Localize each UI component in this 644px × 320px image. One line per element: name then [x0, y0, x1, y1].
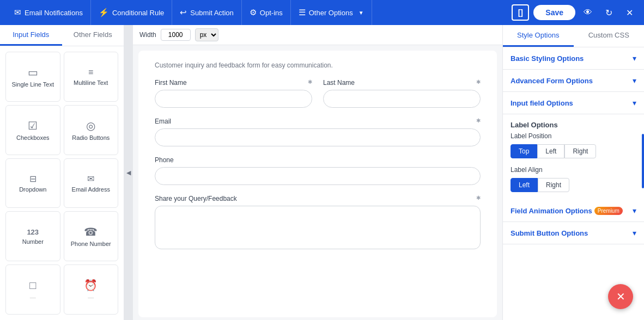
- nav-optins[interactable]: ⚙ Opt-ins: [242, 0, 291, 25]
- preview-button[interactable]: 👁: [580, 4, 596, 21]
- email-label: Email: [155, 118, 171, 125]
- phone-input[interactable]: [155, 167, 481, 185]
- nav-conditional-label: Conditional Rule: [112, 9, 164, 17]
- save-button[interactable]: Save: [533, 5, 575, 20]
- nav-email-notifications[interactable]: ✉ Email Notifications: [7, 0, 91, 25]
- email-field: Email ✱: [155, 118, 481, 146]
- submit-button-section: Submit Button Options ▾: [503, 222, 644, 244]
- input-field-options-header[interactable]: Input field Options ▾: [503, 92, 644, 114]
- query-label: Share your Query/Feedback: [155, 195, 237, 202]
- submit-button-header[interactable]: Submit Button Options ▾: [503, 222, 644, 244]
- field-radio-label: Radio Buttons: [72, 134, 110, 141]
- field-email-address[interactable]: ✉ Email Address: [64, 158, 119, 208]
- style-tabs: Style Options Custom CSS: [503, 25, 644, 47]
- bracket-button[interactable]: []: [512, 4, 529, 21]
- field-email-label: Email Address: [72, 186, 110, 193]
- form-description: Customer inquiry and feedback form for e…: [155, 61, 481, 69]
- close-button[interactable]: ✕: [621, 4, 637, 21]
- main-layout: Input Fields Other Fields ▭ Single Line …: [0, 25, 644, 320]
- help-icon: ✕: [616, 290, 625, 303]
- field-multiline-text[interactable]: ≡ Multiline Text: [64, 52, 119, 102]
- nav-conditional-rule[interactable]: ⚡ Conditional Rule: [91, 0, 172, 25]
- conditional-icon: ⚡: [99, 8, 109, 17]
- email-icon: ✉: [14, 8, 21, 17]
- left-panel: Input Fields Other Fields ▭ Single Line …: [0, 25, 124, 320]
- field-checkboxes[interactable]: ☑ Checkboxes: [5, 105, 60, 155]
- field-animation-section: Field Animation Options Premium ▾: [503, 200, 644, 222]
- phone-icon: ☎: [84, 225, 98, 238]
- input-field-options-title: Input field Options: [511, 99, 573, 107]
- input-field-options-chevron: ▾: [633, 99, 636, 107]
- optins-icon: ⚙: [250, 8, 257, 17]
- align-left-button[interactable]: Left: [511, 178, 538, 192]
- tab-input-fields[interactable]: Input Fields: [0, 25, 62, 46]
- collapse-handle[interactable]: ◀: [124, 25, 133, 320]
- name-row: First Name ✱ Last Name ✱: [155, 79, 481, 108]
- email-row: Email ✱: [155, 118, 481, 146]
- email-field-icon: ✉: [87, 174, 94, 184]
- nav-submit-action[interactable]: ↩ Submit Action: [172, 0, 242, 25]
- position-top-button[interactable]: Top: [511, 144, 537, 158]
- label-align-label: Label Align: [511, 166, 636, 174]
- field-phone-number[interactable]: ☎ Phone Number: [64, 211, 119, 261]
- last-name-input[interactable]: [323, 90, 481, 108]
- basic-styling-header[interactable]: Basic Styling Options ▾: [503, 47, 644, 69]
- phone-field: Phone: [155, 156, 481, 185]
- field-extra1-label: —: [30, 294, 36, 300]
- premium-badge: Premium: [594, 207, 623, 215]
- field-number[interactable]: 123 Number: [5, 211, 60, 261]
- submit-icon: ↩: [180, 8, 187, 17]
- submit-button-title: Submit Button Options: [511, 229, 588, 237]
- field-multiline-label: Multiline Text: [74, 79, 108, 86]
- field-animation-header[interactable]: Field Animation Options Premium ▾: [503, 200, 644, 221]
- tab-style-options[interactable]: Style Options: [503, 25, 574, 47]
- field-dropdown-label: Dropdown: [19, 186, 46, 193]
- query-textarea[interactable]: [155, 206, 481, 249]
- basic-styling-chevron: ▾: [633, 54, 636, 63]
- phone-label: Phone: [155, 156, 174, 164]
- checkbox-icon: ☑: [28, 119, 38, 132]
- width-input[interactable]: [161, 29, 191, 41]
- field-number-label: Number: [22, 238, 44, 245]
- single-line-icon: ▭: [28, 66, 38, 79]
- position-left-button[interactable]: Left: [537, 144, 564, 158]
- query-required: ✱: [476, 195, 481, 202]
- email-required: ✱: [476, 118, 481, 125]
- input-field-options-section: Input field Options ▾: [503, 92, 644, 114]
- advanced-form-chevron: ▾: [633, 76, 636, 85]
- field-checkboxes-label: Checkboxes: [16, 134, 50, 141]
- field-phone-label: Phone Number: [71, 241, 111, 247]
- field-animation-chevron: ▾: [633, 206, 636, 215]
- top-nav: ✉ Email Notifications ⚡ Conditional Rule…: [0, 0, 644, 25]
- field-single-line-label: Single Line Text: [12, 81, 54, 88]
- align-right-button[interactable]: Right: [538, 178, 569, 192]
- field-extra2-label: —: [88, 294, 94, 300]
- field-extra1[interactable]: □ —: [5, 264, 60, 315]
- right-panel: Style Options Custom CSS Basic Styling O…: [502, 25, 644, 320]
- multiline-icon: ≡: [88, 67, 93, 77]
- first-name-field: First Name ✱: [155, 79, 312, 108]
- field-single-line-text[interactable]: ▭ Single Line Text: [5, 52, 60, 102]
- collapse-arrow-icon: ◀: [126, 169, 131, 176]
- advanced-form-header[interactable]: Advanced Form Options ▾: [503, 70, 644, 91]
- unit-select[interactable]: px %: [195, 28, 218, 41]
- label-options-content: Label Position Top Left Right Label Alig…: [503, 132, 644, 200]
- phone-row: Phone: [155, 156, 481, 185]
- tab-custom-css[interactable]: Custom CSS: [574, 25, 645, 47]
- last-name-field: Last Name ✱: [323, 79, 481, 108]
- tab-other-fields[interactable]: Other Fields: [62, 25, 124, 46]
- nav-other-options[interactable]: ☰ Other Options ▼: [291, 0, 372, 25]
- label-position-label: Label Position: [511, 132, 636, 140]
- width-label: Width: [139, 31, 156, 39]
- position-right-button[interactable]: Right: [564, 144, 596, 158]
- help-bubble[interactable]: ✕: [608, 284, 633, 309]
- form-canvas: Customer inquiry and feedback form for e…: [138, 51, 497, 317]
- field-dropdown[interactable]: ⊟ Dropdown: [5, 158, 60, 208]
- field-radio-buttons[interactable]: ◎ Radio Buttons: [64, 105, 119, 155]
- email-input[interactable]: [155, 128, 481, 146]
- number-icon: 123: [27, 228, 39, 236]
- field-extra2[interactable]: ⏰ —: [64, 264, 119, 315]
- refresh-button[interactable]: ↻: [600, 4, 617, 21]
- first-name-input[interactable]: [155, 90, 312, 108]
- first-name-label: First Name: [155, 79, 187, 87]
